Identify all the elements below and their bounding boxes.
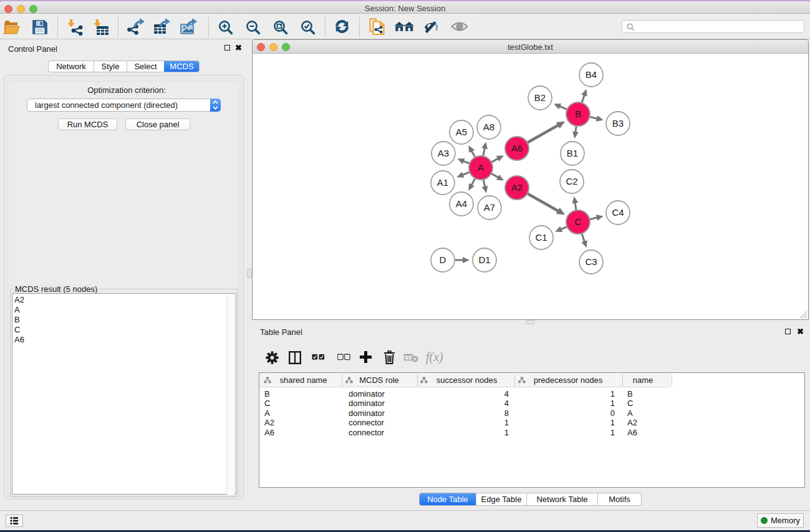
- svg-text:A5: A5: [456, 127, 467, 137]
- svg-text:A4: A4: [456, 198, 467, 209]
- svg-text:B3: B3: [612, 118, 624, 128]
- svg-text:A: A: [478, 162, 484, 173]
- svg-text:A6: A6: [511, 143, 523, 153]
- svg-text:A2: A2: [511, 182, 523, 193]
- svg-text:C3: C3: [585, 256, 597, 267]
- svg-text:B: B: [575, 109, 581, 119]
- svg-text:D1: D1: [478, 254, 490, 265]
- svg-text:A8: A8: [483, 122, 494, 132]
- svg-text:C4: C4: [612, 207, 624, 218]
- svg-text:A3: A3: [438, 148, 449, 158]
- svg-text:C: C: [575, 216, 582, 227]
- svg-text:C1: C1: [535, 232, 547, 243]
- svg-text:D: D: [440, 254, 446, 265]
- svg-text:B2: B2: [534, 92, 546, 103]
- svg-text:B1: B1: [567, 148, 578, 158]
- svg-text:A7: A7: [484, 202, 495, 213]
- svg-text:A1: A1: [437, 177, 448, 188]
- svg-text:B4: B4: [586, 69, 597, 80]
- svg-text:C2: C2: [566, 176, 577, 186]
